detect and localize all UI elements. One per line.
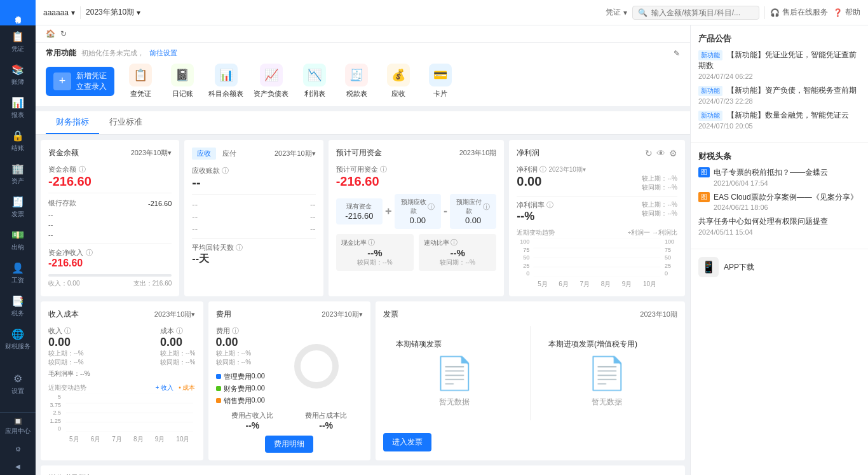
invoice-period[interactable]: 2023年10期 (640, 310, 677, 319)
net-rate-compares: 较上期：--% 较同期：--% (642, 200, 677, 223)
tax-text-0[interactable]: 电子专票的税前抵扣？——金蝶云 (714, 167, 828, 178)
tab-industry[interactable]: 行业标准 (99, 111, 153, 134)
sidebar-item-report[interactable]: 📊 报表 (0, 92, 36, 125)
tab-finance[interactable]: 财务指标 (46, 111, 99, 134)
fund-sub-value-0: -216.60 (148, 200, 172, 207)
new-voucher-sub: 立查录入 (76, 81, 107, 92)
cash-flow-card: 预计可用资金 2023年10期 预计可用资金 ⓘ -216.60 现有资金 -2… (329, 140, 505, 296)
refresh-icon[interactable]: ↻ (60, 29, 67, 38)
sidebar-item-cashier[interactable]: 💵 出纳 (0, 224, 36, 257)
sidebar-item-settings[interactable]: ⚙ 设置 (0, 368, 36, 401)
fund-sub-label-3: -- (48, 231, 53, 238)
cash-flow-value: -216.60 (336, 174, 497, 189)
common-hint-link[interactable]: 前往设置 (149, 48, 177, 58)
exp-legend-dot-0: 管理费用 (216, 372, 252, 382)
expense-more-btn[interactable]: 费用明细 (265, 436, 313, 453)
sidebar-collapse[interactable]: ◀ (0, 458, 36, 475)
income-info[interactable]: ⓘ (64, 327, 71, 334)
sidebar-item-tax[interactable]: 📑 税务 (0, 290, 36, 323)
sales-empty: 📄 暂无数据 (435, 355, 474, 408)
tax-title: 财税头条 (698, 151, 860, 162)
expense-header: 费用 2023年10期▾ (216, 309, 363, 320)
sidebar-item-label: 税务 (11, 309, 24, 318)
expense-period[interactable]: 2023年10期▾ (322, 310, 363, 319)
tab-receivable[interactable]: 应收 (192, 148, 216, 160)
receivable-period[interactable]: 2023年10期▾ (275, 149, 316, 158)
fund-balance-period[interactable]: 2023年10期▾ (131, 148, 172, 158)
common-item-4[interactable]: 📉 利润表 (299, 64, 330, 99)
sidebar-settings-bottom[interactable]: ⚙ (0, 441, 36, 458)
voucher-btn[interactable]: 凭证 ▾ (606, 7, 627, 18)
invoice-header: 发票 2023年10期 (383, 309, 677, 320)
company-selector[interactable]: aaaaaa ▾ (43, 8, 75, 17)
income-cost-period[interactable]: 2023年10期▾ (154, 310, 196, 319)
sidebar-item-invoice[interactable]: 🧾 发票 (0, 191, 36, 224)
sidebar-app-center[interactable]: 🔲 应用中心 (0, 413, 36, 441)
sidebar-item-taxservice[interactable]: 🌐 财税服务 (0, 323, 36, 356)
sales-title: 本期销项发票 (396, 339, 442, 350)
cash-flow-period[interactable]: 2023年10期 (459, 148, 497, 158)
balance-sheet-icon: 📈 (260, 64, 283, 86)
service-btn[interactable]: 🎧 售后在线服务 (770, 7, 828, 18)
eye-action-icon[interactable]: 👁 (656, 148, 665, 158)
cash-box-2-info[interactable]: ⓘ (428, 202, 435, 212)
refresh-action-icon[interactable]: ↻ (645, 148, 653, 158)
cash-box-3-info[interactable]: ⓘ (483, 202, 490, 212)
sidebar-item-asset[interactable]: 🏢 资产 (0, 158, 36, 191)
tax-item-content-0: 电子专票的税前抵扣？——金蝶云 2021/06/04 17:54 (714, 167, 828, 187)
net-rate-info[interactable]: ⓘ (546, 201, 553, 209)
common-item-3[interactable]: 📈 资产负债表 (254, 64, 288, 99)
common-item-0[interactable]: 📋 查凭证 (125, 64, 156, 99)
common-item-7[interactable]: 💳 卡片 (424, 64, 456, 99)
news-text-2[interactable]: 【新功能】数量金融凭，智能凭证云 (727, 111, 849, 120)
tax-text-1[interactable]: EAS Cloud票款分享案例——《见案分享》 (714, 192, 858, 203)
net-profit-info-icon[interactable]: ⓘ (539, 165, 546, 173)
expense-info[interactable]: ⓘ (232, 327, 239, 334)
sidebar-item-salary[interactable]: 👤 工资 (0, 257, 36, 290)
sidebar-bottom: 🔲 应用中心 ⚙ ◀ (0, 412, 36, 475)
cost-info[interactable]: ⓘ (176, 327, 183, 334)
right-panel: 产品公告 新功能 【新功能】凭证业凭证，智能凭证查前期数 2024/07/24 … (690, 25, 868, 475)
income-trend-label: 近期变动趋势 (48, 383, 86, 392)
sidebar-item-label: 报表 (11, 111, 24, 120)
edit-icon[interactable]: ✎ (674, 49, 680, 58)
receivable-info-icon[interactable]: ⓘ (222, 167, 229, 174)
fund-balance-header: 资金余额 2023年10期▾ (48, 148, 172, 158)
home-icon[interactable]: 🏠 (46, 29, 55, 38)
common-item-6[interactable]: 💰 应收 (383, 64, 414, 99)
sidebar-item-closing[interactable]: 🔒 结账 (0, 125, 36, 158)
period-selector[interactable]: 2023年第10期 ▾ (86, 7, 140, 18)
rate-1-compare: 较同期：--% (341, 258, 409, 267)
tab-payable[interactable]: 应付 (217, 148, 241, 160)
help-btn[interactable]: ❓ 帮助 (833, 7, 860, 18)
svg-point-10 (297, 347, 336, 385)
fund-income-info-icon[interactable]: ⓘ (86, 248, 93, 258)
tax-text-2[interactable]: 共享任务中心如何处理有权限问题提查 (698, 216, 828, 227)
common-item-1[interactable]: 📓 日记账 (166, 64, 198, 99)
settings-bottom-icon: ⚙ (15, 446, 21, 453)
new-voucher-btn[interactable]: + 新增凭证 立查录入 (46, 67, 114, 96)
news-text-1[interactable]: 【新功能】资产负债，智能税务查前期 (727, 86, 857, 95)
invoice-enter-btn[interactable]: 进入发票 (383, 433, 431, 451)
period-text: 2023年第10期 (86, 7, 134, 18)
common-item-2[interactable]: 📊 科目余额表 (208, 64, 243, 99)
cash-flow-info-icon[interactable]: ⓘ (380, 165, 387, 173)
common-item-5[interactable]: 🧾 税款表 (341, 64, 372, 99)
news-tag-1: 新功能 (698, 86, 722, 96)
sidebar-item-ledger[interactable]: 📚 账簿 (0, 59, 36, 92)
trend-compare: ÷利润一 →利润比 (628, 228, 677, 237)
help-icon: ❓ (833, 8, 843, 17)
header-search-box[interactable]: 🔍 (632, 6, 759, 20)
search-input[interactable] (651, 8, 747, 17)
settings-action-icon[interactable]: ⚙ (669, 148, 677, 158)
rate-1-info[interactable]: ⓘ (368, 238, 375, 247)
rate-2-info[interactable]: ⓘ (451, 238, 458, 247)
app-download-label[interactable]: APP下载 (724, 262, 754, 273)
fund-income-label: 资金净收入 (48, 248, 83, 258)
sidebar-item-voucher[interactable]: 📋 凭证 (0, 25, 36, 59)
content-area: 🏠 ↻ 常用功能 初始化任务未完成， 前往设置 ✎ + 新增凭证 立查录入 (36, 25, 868, 475)
avg-info-icon[interactable]: ⓘ (236, 244, 243, 251)
fund-balance-info-icon[interactable]: ⓘ (79, 165, 86, 174)
header: aaaaaa ▾ 2023年第10期 ▾ 凭证 ▾ 🔍 🎧 售后在线服务 ❓ 帮… (36, 0, 868, 25)
announcements-section: 产品公告 新功能 【新功能】凭证业凭证，智能凭证查前期数 2024/07/24 … (691, 25, 868, 143)
